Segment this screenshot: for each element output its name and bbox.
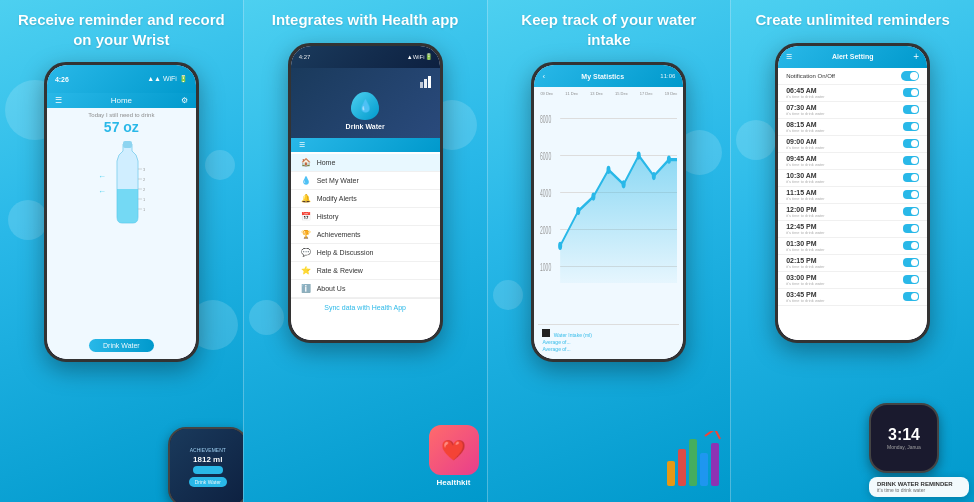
toggle-2[interactable] xyxy=(903,105,919,114)
reminder-time-group-13: 03:45 PM it's time to drink water xyxy=(786,291,825,303)
menu-item-help[interactable]: 💬 Help & Discussion xyxy=(291,244,440,262)
reminder-time-9: 12:45 PM xyxy=(786,223,825,230)
chart-area-3: 09 Dec 11 Dec 13 Dec 15 Dec 17 Dec 19 De… xyxy=(534,87,683,359)
svg-point-31 xyxy=(652,172,656,180)
watch-date-display: Monday, Janua xyxy=(887,444,921,450)
sync-health-btn[interactable]: Sync data with Health App xyxy=(291,298,440,316)
reminder-sub-11: it's time to drink water xyxy=(786,264,825,269)
toggle-9[interactable] xyxy=(903,224,919,233)
svg-text:10: 10 xyxy=(143,207,145,212)
reminder-item-2[interactable]: 07:30 AM it's time to drink water xyxy=(778,102,927,119)
panel-statistics: Keep track of your water intake ‹ My Sta… xyxy=(487,0,731,502)
healthkit-container: ❤️ Healthkit xyxy=(429,425,479,487)
phone-container-1: 4:26 ▲▲ WiFi 🔋 ☰ Home ⚙ Today I still ne… xyxy=(0,57,243,502)
hamburger-icon-1[interactable]: ☰ xyxy=(55,96,62,105)
reminder-sub-12: it's time to drink water xyxy=(786,281,825,286)
date-label: 09 Dec xyxy=(540,91,553,96)
settings-icon-2[interactable]: ⚙ xyxy=(424,316,432,334)
menu-item-water[interactable]: 💧 Set My Water xyxy=(291,172,440,190)
svg-text:20: 20 xyxy=(143,187,145,192)
menu-item-history[interactable]: 📅 History xyxy=(291,208,440,226)
phone-screen-4: ☰ Alert Setting + Notification On/Off 06… xyxy=(778,46,927,340)
toggle-3[interactable] xyxy=(903,122,919,131)
legend-label-1: Water Intake (ml) xyxy=(554,332,592,338)
reminder-time-13: 03:45 PM xyxy=(786,291,825,298)
toggle-1[interactable] xyxy=(903,88,919,97)
oz-amount: 57 oz xyxy=(104,119,139,135)
reminder-sub-5: it's time to drink water xyxy=(786,162,825,167)
toggle-7[interactable] xyxy=(903,190,919,199)
panel-reminders: Create unlimited reminders ☰ Alert Setti… xyxy=(730,0,974,502)
gear-icon-1[interactable]: ⚙ xyxy=(181,96,188,105)
healthkit-label: Healthkit xyxy=(437,478,471,487)
trophy-icon: 🏆 xyxy=(301,230,311,239)
drink-water-button[interactable]: Drink Water xyxy=(89,339,154,352)
side-menu-2: 🏠 Home 💧 Set My Water 🔔 Modify Alerts 📅 … xyxy=(291,152,440,340)
hamburger-icon-2[interactable]: ☰ xyxy=(299,141,305,149)
notif-master-toggle[interactable] xyxy=(901,71,919,81)
add-button-4[interactable]: + xyxy=(913,51,919,62)
toggle-12[interactable] xyxy=(903,275,919,284)
notification-popup: DRINK WATER REMINDER it's time to drink … xyxy=(869,477,969,497)
menu-item-label-about: About Us xyxy=(317,285,346,292)
reminder-item-3[interactable]: 08:15 AM it's time to drink water xyxy=(778,119,927,136)
reminder-item-6[interactable]: 10:30 AM it's time to drink water xyxy=(778,170,927,187)
reminder-sub-13: it's time to drink water xyxy=(786,298,825,303)
menu-item-home[interactable]: 🏠 Home xyxy=(291,154,440,172)
reminder-item-9[interactable]: 12:45 PM it's time to drink water xyxy=(778,221,927,238)
menu-item-achievements[interactable]: 🏆 Achievements xyxy=(291,226,440,244)
stats-icon xyxy=(420,74,432,92)
legend-label-2: Average of... xyxy=(542,339,570,345)
menu-item-rate[interactable]: ⭐ Rate & Review xyxy=(291,262,440,280)
watch-drink-btn[interactable]: Drink Water xyxy=(189,477,227,487)
screen-title-4: Alert Setting xyxy=(792,53,913,60)
phone-screen-1: 4:26 ▲▲ WiFi 🔋 ☰ Home ⚙ Today I still ne… xyxy=(47,65,196,359)
date-label: 13 Dec xyxy=(590,91,603,96)
reminder-item-7[interactable]: 11:15 AM it's time to drink water xyxy=(778,187,927,204)
svg-rect-37 xyxy=(711,443,719,486)
menu-item-label-water: Set My Water xyxy=(317,177,359,184)
reminder-item-5[interactable]: 09:45 AM it's time to drink water xyxy=(778,153,927,170)
status-bar-4: ☰ Alert Setting + xyxy=(778,46,927,68)
toggle-8[interactable] xyxy=(903,207,919,216)
reminder-time-2: 07:30 AM xyxy=(786,104,825,111)
svg-rect-13 xyxy=(424,79,427,88)
reminder-item-10[interactable]: 01:30 PM it's time to drink water xyxy=(778,238,927,255)
svg-rect-0 xyxy=(123,141,132,148)
toggle-10[interactable] xyxy=(903,241,919,250)
svg-rect-33 xyxy=(667,461,675,486)
menu-item-label-rate: Rate & Review xyxy=(317,267,363,274)
watch-notification-overlay: 3:14 Monday, Janua DRINK WATER REMINDER … xyxy=(869,403,969,497)
svg-point-29 xyxy=(622,180,626,188)
reminder-item-4[interactable]: 09:00 AM it's time to drink water xyxy=(778,136,927,153)
menu-item-about[interactable]: ℹ️ About Us xyxy=(291,280,440,298)
phone-screen-3: ‹ My Statistics 11:06 09 Dec 11 Dec 13 D… xyxy=(534,65,683,359)
panel-wrist: Receive reminder and record on your Wris… xyxy=(0,0,243,502)
toggle-4[interactable] xyxy=(903,139,919,148)
toggle-6[interactable] xyxy=(903,173,919,182)
panel-1-title: Receive reminder and record on your Wris… xyxy=(0,0,243,57)
phone-container-3: ‹ My Statistics 11:06 09 Dec 11 Dec 13 D… xyxy=(488,57,731,502)
reminder-item-1[interactable]: 06:45 AM it's time to drink water xyxy=(778,85,927,102)
toggle-13[interactable] xyxy=(903,292,919,301)
reminder-item-11[interactable]: 02:15 PM it's time to drink water xyxy=(778,255,927,272)
reminder-time-group-5: 09:45 AM it's time to drink water xyxy=(786,155,825,167)
reminder-time-group-10: 01:30 PM it's time to drink water xyxy=(786,240,825,252)
reminder-sub-2: it's time to drink water xyxy=(786,111,825,116)
svg-text:25: 25 xyxy=(143,177,145,182)
reminder-sub-1: it's time to drink water xyxy=(786,94,825,99)
menu-item-alerts[interactable]: 🔔 Modify Alerts xyxy=(291,190,440,208)
gear-icon-2: ⚙ xyxy=(424,322,432,332)
reminder-item-8[interactable]: 12:00 PM it's time to drink water xyxy=(778,204,927,221)
reminder-item-13[interactable]: 03:45 PM it's time to drink water xyxy=(778,289,927,306)
reminder-item-12[interactable]: 03:00 PM it's time to drink water xyxy=(778,272,927,289)
reminder-sub-3: it's time to drink water xyxy=(786,128,825,133)
reminder-time-10: 01:30 PM xyxy=(786,240,825,247)
reminder-sub-4: it's time to drink water xyxy=(786,145,825,150)
reminder-time-group-11: 02:15 PM it's time to drink water xyxy=(786,257,825,269)
phone-mockup-2: 4:27 ▲WiFi🔋 💧 Drink Water xyxy=(288,43,443,343)
phone-container-2: 4:27 ▲WiFi🔋 💧 Drink Water xyxy=(244,38,487,503)
toggle-5[interactable] xyxy=(903,156,919,165)
toggle-11[interactable] xyxy=(903,258,919,267)
status-bar-1: 4:26 ▲▲ WiFi 🔋 xyxy=(47,65,196,93)
